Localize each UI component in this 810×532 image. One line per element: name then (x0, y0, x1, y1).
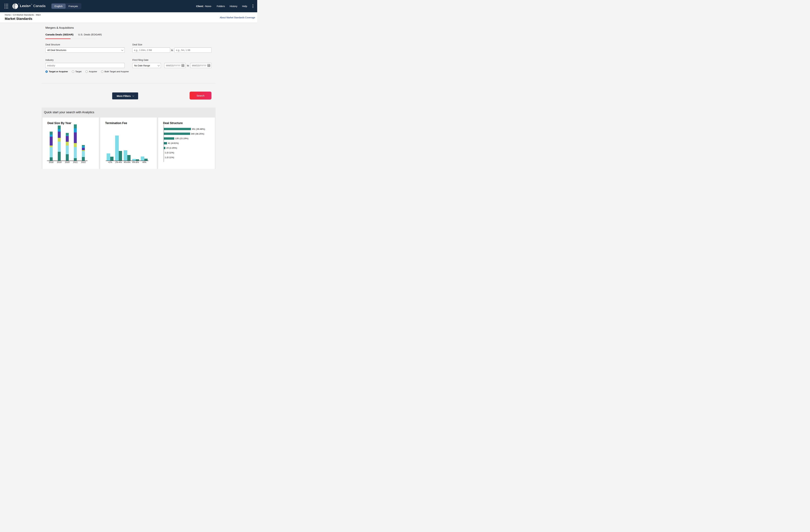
radio-icon (85, 70, 88, 73)
more-filters-button[interactable]: More Filters (112, 93, 138, 99)
active-tab-underline (46, 38, 70, 39)
analytics-panel: Quick start your search with Analytics D… (42, 107, 215, 169)
radio-both-target-and-acquirer[interactable]: Both Target and Acquirer (101, 70, 129, 73)
chart-title: Termination Fee (105, 121, 127, 125)
registered-mark: ® (18, 3, 19, 4)
termination-fee-chart: <2%2%-4%4%-6%6%-8%>8% (106, 135, 148, 161)
about-coverage-link[interactable]: About Market Standards Coverage (220, 16, 255, 19)
bar-value-label: 20 (2.25%) (166, 147, 177, 149)
bar-value-label: 351 (39.48%) (192, 128, 205, 130)
breadcrumb-current: CA Market Standards - M&A (13, 14, 41, 16)
trademark: ™ (31, 4, 32, 5)
party-role-radio-group: Target or Acquirer Target Acquirer Both … (46, 70, 133, 73)
more-options-icon[interactable] (252, 4, 254, 9)
nav-history[interactable]: History (230, 5, 237, 7)
horizontal-bar (164, 133, 190, 135)
app-launcher-icon[interactable] (4, 4, 8, 9)
horizontal-bar (164, 147, 165, 149)
x-axis-tick: 6%-8% (132, 161, 139, 163)
analytics-card-termination-fee[interactable]: Termination Fee <2%2%-4%4%-6%6%-8%>8% (100, 117, 157, 169)
form-divider (42, 83, 215, 83)
nav-help[interactable]: Help (242, 5, 247, 7)
x-axis-tick: 2022 (81, 161, 86, 163)
first-filing-date-label: First Filing Date (132, 59, 148, 61)
bar-value-label: 340 (38.25%) (191, 133, 204, 135)
horizontal-bar (164, 137, 174, 140)
language-toggle: English Français (51, 3, 81, 9)
bar-group-6%-8% (132, 159, 139, 161)
bar-group-2%-4% (115, 135, 122, 161)
breadcrumb-home-link[interactable]: Home (5, 14, 11, 16)
analytics-card-deal-structure[interactable]: Deal Structure 351 (39.48%)340 (38.25%)1… (158, 117, 215, 169)
language-english-button[interactable]: English (51, 4, 65, 9)
chevron-down-icon (122, 49, 124, 51)
deal-structure-row: 1 (0.11%) (164, 150, 213, 155)
date-to-label: to (187, 64, 189, 67)
deal-structure-row: 340 (38.25%) (164, 131, 213, 136)
industry-input[interactable] (46, 63, 125, 68)
date-from-field (164, 63, 185, 68)
radio-icon (72, 70, 74, 73)
x-axis-tick: 4%-6% (124, 161, 130, 163)
section-heading: Mergers & Acquisitions (46, 26, 74, 30)
stacked-bar-2020 (66, 133, 69, 161)
language-french-button[interactable]: Français (66, 4, 81, 9)
bar-value-label: 135 (15.19%) (175, 137, 188, 140)
deal-size-to-input[interactable] (174, 48, 211, 53)
bar-value-label: 1 (0.11%) (165, 151, 174, 154)
breadcrumb-separator: / (12, 14, 12, 16)
page-title: Market Standards (5, 17, 32, 21)
nav-folders[interactable]: Folders (217, 5, 225, 7)
calendar-icon[interactable] (207, 64, 210, 67)
tab-us-deals-edgar[interactable]: U.S. Deals (EDGAR) (78, 33, 102, 39)
client-value: -None- (205, 5, 212, 7)
analytics-card-deal-size-by-year[interactable]: Deal Size By Year 20182019202020212022 (43, 117, 99, 169)
bar-group-<2% (107, 153, 114, 161)
bar-group-4%-6% (124, 150, 131, 161)
radio-icon (101, 70, 103, 73)
bar-group->8% (141, 156, 148, 161)
lexis-logo[interactable]: ® Lexis+™ Canada (12, 3, 46, 9)
breadcrumb: Home/CA Market Standards - M&A (5, 14, 41, 16)
deal-size-to-label: to (171, 49, 173, 51)
horizontal-bar (164, 128, 191, 130)
analytics-heading: Quick start your search with Analytics (44, 111, 94, 114)
bar-value-label: 41 (4.61%) (168, 142, 179, 144)
x-axis-tick: >8% (142, 161, 146, 163)
deal-structure-label: Deal Structure (46, 43, 60, 46)
deal-structure-row: 135 (15.19%) (164, 136, 213, 141)
deal-structure-row: 351 (39.48%) (164, 127, 213, 131)
radio-target[interactable]: Target (72, 70, 82, 73)
deal-structure-row: 1 (0.11%) (164, 155, 213, 160)
deal-size-by-year-chart: 20182019202020212022 (47, 123, 87, 161)
chart-title: Deal Structure (163, 121, 183, 125)
x-axis-tick: <2% (108, 161, 112, 163)
bar-value-label: 1 (0.11%) (165, 156, 174, 159)
horizontal-bar (164, 142, 167, 144)
deal-structure-select[interactable]: All Deal Structures (46, 48, 125, 53)
client-selector[interactable]: Client: -None- (196, 5, 212, 7)
radio-target-or-acquirer[interactable]: Target or Acquirer (46, 70, 68, 73)
x-axis-tick: 2%-4% (115, 161, 122, 163)
calendar-icon[interactable] (181, 64, 184, 67)
x-axis-tick: 2018 (49, 161, 53, 163)
deal-structure-chart: 351 (39.48%)340 (38.25%)135 (15.19%)41 (… (164, 125, 213, 162)
radio-selected-icon (46, 70, 48, 73)
lexis-swoosh-icon (12, 3, 18, 9)
chevron-down-icon (158, 64, 160, 66)
stacked-bar-2018 (50, 132, 53, 161)
industry-label: Industry (46, 59, 54, 61)
deal-structure-row: 20 (2.25%) (164, 146, 213, 150)
date-to-field (190, 63, 211, 68)
stacked-bar-2019 (58, 126, 61, 161)
deal-size-from-input[interactable] (132, 48, 170, 53)
date-range-select[interactable]: No Date Range (132, 63, 161, 68)
radio-acquirer[interactable]: Acquirer (85, 70, 97, 73)
chevron-down-icon (132, 95, 134, 97)
x-axis-tick: 2019 (57, 161, 62, 163)
x-axis-tick: 2021 (73, 161, 78, 163)
deal-size-label: Deal Size (132, 43, 142, 46)
search-button[interactable]: Search (190, 92, 211, 99)
deal-structure-row: 41 (4.61%) (164, 141, 213, 146)
stacked-bar-2021 (74, 124, 77, 161)
